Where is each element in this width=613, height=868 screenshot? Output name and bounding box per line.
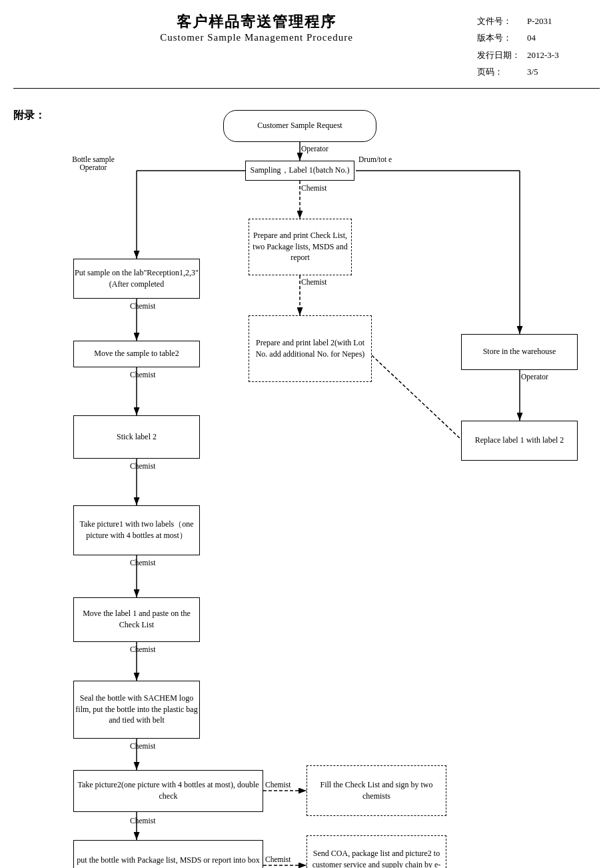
operator-label-1: Operator (301, 145, 328, 153)
stick-label-label: Stick label 2 (117, 431, 157, 443)
chemist-label-9: Chemist (265, 781, 291, 789)
chemist-label-1: Chemist (301, 184, 326, 192)
page-value: 3/5 (524, 64, 562, 79)
prepare-label-label: Prepare and print label 2(with Lot No. a… (249, 337, 371, 360)
header-info: 文件号： P-2031 版本号： 04 发行日期： 2012-3-3 页码： 3… (473, 12, 593, 81)
take-pic1-label: Take picture1 with two labels（one pictur… (74, 519, 199, 541)
start-label: Customer Sample Request (257, 120, 342, 131)
chemist-label-2: Chemist (301, 278, 326, 286)
replace-label-shape: Replace label 1 with label 2 (461, 421, 578, 461)
put-box-label: put the bottle with Package list, MSDS o… (74, 855, 263, 868)
appendix-label: 附录： (13, 109, 45, 123)
chemist-label-3: Chemist (130, 302, 155, 310)
take-pic2-label: Take picture2(one picture with 4 bottles… (74, 779, 263, 802)
chemist-label-8: Chemist (130, 742, 155, 750)
title-en: Customer Sample Management Procedure (40, 32, 473, 43)
version-value: 04 (524, 30, 562, 45)
header-divider (13, 88, 600, 89)
chemist-label-10: Chemist (130, 817, 155, 825)
title-zh: 客户样品寄送管理程序 (40, 12, 473, 32)
move-sample-label: Move the sample to table2 (94, 348, 179, 359)
flowchart-area: 附录： (13, 95, 600, 868)
svg-line-10 (372, 355, 473, 451)
chemist-label-11: Chemist (265, 855, 291, 863)
move-label-shape: Move the label 1 and paste on the Check … (73, 597, 200, 642)
store-shape: Store in the warehouse (461, 334, 578, 370)
take-pic2-shape: Take picture2(one picture with 4 bottles… (73, 770, 263, 812)
operator-label-2: Operator (521, 373, 548, 381)
sampling-label: Sampling，Label 1(batch No.) (251, 165, 350, 176)
move-sample-shape: Move the sample to table2 (73, 341, 200, 367)
seal-bottle-shape: Seal the bottle with SACHEM logo film, p… (73, 681, 200, 739)
prepare-docs-shape: Prepare and print Check List, two Packag… (249, 219, 352, 275)
version-label: 版本号： (474, 30, 523, 45)
seal-bottle-label: Seal the bottle with SACHEM logo film, p… (74, 693, 199, 726)
store-label: Store in the warehouse (483, 346, 556, 357)
doc-no-value: P-2031 (524, 13, 562, 29)
put-sample-shape: Put sample on the lab"Reception1,2,3" (A… (73, 259, 200, 299)
chemist-label-4: Chemist (130, 371, 155, 379)
doc-no-label: 文件号： (474, 13, 523, 29)
bottle-sample-label: Bottle sample Operator (53, 155, 133, 171)
date-value: 2012-3-3 (524, 47, 562, 63)
chemist-label-7: Chemist (130, 645, 155, 653)
drum-tot-label: Drum/tot e (358, 155, 392, 163)
sampling-shape: Sampling，Label 1(batch No.) (245, 161, 354, 181)
prepare-label-shape: Prepare and print label 2(with Lot No. a… (249, 315, 372, 382)
date-label: 发行日期： (474, 47, 523, 63)
chemist-label-5: Chemist (130, 462, 155, 470)
send-coa-label: Send COA, package list and picture2 to c… (307, 848, 446, 868)
page-header: 客户样品寄送管理程序 Customer Sample Management Pr… (0, 0, 613, 81)
take-pic1-shape: Take picture1 with two labels（one pictur… (73, 505, 200, 555)
put-sample-label: Put sample on the lab"Reception1,2,3" (A… (74, 267, 199, 290)
prepare-docs-label: Prepare and print Check List, two Packag… (249, 230, 351, 263)
fill-checklist-label: Fill the Check List and sign by two chem… (307, 779, 446, 802)
put-box-shape: put the bottle with Package list, MSDS o… (73, 840, 263, 868)
arrows-svg (13, 95, 600, 868)
start-shape: Customer Sample Request (223, 110, 376, 142)
replace-label-label: Replace label 1 with label 2 (475, 435, 564, 446)
page-label: 页码： (474, 64, 523, 79)
chemist-label-6: Chemist (130, 559, 155, 567)
stick-label-shape: Stick label 2 (73, 415, 200, 459)
move-label-label: Move the label 1 and paste on the Check … (74, 608, 199, 631)
header-center: 客户样品寄送管理程序 Customer Sample Management Pr… (40, 12, 473, 81)
fill-checklist-shape: Fill the Check List and sign by two chem… (306, 765, 446, 816)
send-coa-shape: Send COA, package list and picture2 to c… (306, 835, 446, 868)
